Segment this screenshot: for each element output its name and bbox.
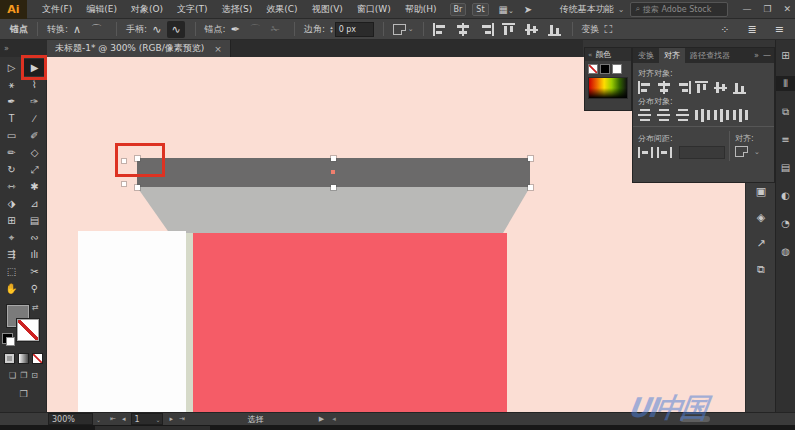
align-right-icon[interactable] — [676, 81, 691, 94]
selection-tool[interactable]: ▷ — [0, 59, 23, 76]
menu-edit[interactable]: 编辑(E) — [79, 0, 124, 19]
distribute-v-center-icon[interactable] — [657, 109, 672, 122]
anchor-point[interactable] — [331, 156, 336, 161]
screen-mode-button[interactable]: ❒ — [0, 389, 47, 399]
swap-fill-stroke-icon[interactable]: ⇄ — [32, 303, 39, 312]
align-bottom-icon[interactable] — [548, 23, 563, 36]
gradient-tool[interactable]: ▤ — [23, 212, 46, 229]
none-button[interactable] — [32, 353, 43, 364]
show-handles-icon[interactable]: ∿ — [148, 21, 165, 38]
workspace-dd-icon[interactable]: ⌄ — [618, 5, 625, 14]
zoom-tool[interactable]: ⚲ — [23, 280, 46, 297]
corner-radius-input[interactable]: 0 px — [335, 22, 374, 37]
pencil-tool[interactable]: ✏ — [0, 144, 23, 161]
align-left-icon[interactable] — [433, 23, 448, 36]
shape-builder-tool[interactable]: ⬗ — [0, 195, 23, 212]
restore-button[interactable]: ❐ — [763, 4, 771, 14]
prev-artboard-icon[interactable]: ◂ — [122, 415, 126, 423]
align-right-icon[interactable] — [479, 23, 494, 36]
swatches-panel-icon[interactable]: ▣ — [756, 185, 766, 198]
gradient-panel-icon[interactable]: ▤ — [776, 160, 795, 175]
menu-file[interactable]: 文件(F) — [35, 0, 79, 19]
artboard-dd-icon[interactable]: ⌄ — [408, 25, 414, 33]
menu-help[interactable]: 帮助(H) — [398, 0, 444, 19]
curvature-tool[interactable]: ✑ — [23, 93, 46, 110]
align-v-center-icon[interactable] — [714, 81, 729, 94]
collapse-icon[interactable]: « — [588, 51, 592, 59]
bridge-button[interactable]: Br — [450, 3, 467, 16]
menu-select[interactable]: 选择(S) — [215, 0, 260, 19]
tab-align[interactable]: 对齐 — [659, 48, 685, 63]
panel-minimize-icon[interactable]: — — [763, 51, 771, 60]
paintbrush-tool[interactable]: ✐ — [23, 127, 46, 144]
stroke-panel-icon[interactable]: ≡ — [776, 132, 795, 147]
corner-stepper[interactable]: ▴▾ — [330, 25, 333, 33]
draw-normal-icon[interactable]: ❏ — [9, 371, 16, 380]
anchor-point[interactable] — [135, 185, 140, 190]
hide-handles-icon[interactable]: ∿ — [167, 21, 184, 38]
align-to-dd-icon[interactable]: ⌄ — [754, 148, 760, 156]
width-tool[interactable]: ⇿ — [0, 178, 23, 195]
mesh-tool[interactable]: ⊞ — [0, 212, 23, 229]
spacing-value-dropdown[interactable] — [679, 146, 725, 159]
align-v-center-icon[interactable] — [525, 23, 540, 36]
close-button[interactable]: ✕ — [783, 4, 791, 14]
artboards-panel-icon[interactable]: ⧉ — [757, 263, 765, 276]
minimize-button[interactable]: — — [742, 4, 751, 14]
distribute-right-icon[interactable] — [733, 109, 748, 122]
connect-endpoints-icon[interactable]: ✒ — [227, 21, 244, 38]
distribute-bottom-icon[interactable] — [676, 109, 691, 122]
menu-effect[interactable]: 效果(C) — [259, 0, 304, 19]
last-artboard-icon[interactable]: ⇥ — [179, 415, 185, 423]
perspective-grid-tool[interactable]: ⊿ — [23, 195, 46, 212]
anchor-point[interactable] — [528, 156, 533, 161]
status-flyout-icon[interactable]: ▶ — [319, 415, 324, 423]
arrange-documents-icon[interactable]: ≣ — [744, 21, 761, 38]
slice-tool[interactable]: ✂ — [23, 263, 46, 280]
convert-smooth-icon[interactable]: ⌒ — [87, 21, 106, 38]
color-guide-panel-icon[interactable]: ◔ — [776, 216, 795, 231]
isolate-icon[interactable]: ⛶ — [601, 21, 617, 38]
free-transform-tool[interactable]: ✱ — [23, 178, 46, 195]
appearance-panel-icon[interactable]: ◍ — [776, 244, 795, 259]
sliver-shape[interactable] — [186, 233, 193, 412]
distribute-h-center-icon[interactable] — [714, 109, 729, 122]
scroll-left-icon[interactable]: ◂ — [332, 415, 336, 423]
blend-tool[interactable]: ∾ — [23, 229, 46, 246]
document-tab[interactable]: 未标题-1* @ 300% (RGB/像素预览) × — [47, 40, 231, 57]
menu-view[interactable]: 视图(V) — [305, 0, 350, 19]
artboard-tool[interactable]: ⬚ — [0, 263, 23, 280]
anchor-point[interactable] — [528, 185, 533, 190]
color-button[interactable] — [4, 353, 15, 364]
artboard-number-input[interactable]: 1 ⌄ — [131, 413, 163, 425]
pen-tool[interactable]: ✒ — [0, 93, 23, 110]
stock-button[interactable]: St — [472, 3, 488, 16]
transform-label[interactable]: 变换 — [582, 23, 600, 36]
export-panel-icon[interactable]: ↗ — [756, 237, 765, 250]
anchor-point[interactable] — [122, 182, 126, 186]
first-artboard-icon[interactable]: ⇤ — [110, 415, 116, 423]
tab-pathfinder[interactable]: 路径查找器 — [685, 48, 735, 63]
color-panel-tab[interactable]: 颜色 — [595, 49, 611, 60]
anchor-point[interactable] — [331, 185, 336, 190]
red-rectangle-shape[interactable] — [193, 233, 507, 412]
black-swatch[interactable] — [600, 64, 610, 74]
draw-behind-icon[interactable]: ❐ — [20, 371, 27, 380]
symbols-panel-icon[interactable]: ◈ — [757, 211, 765, 224]
color-panel-header[interactable]: « 颜色 — [585, 48, 631, 61]
white-swatch[interactable] — [612, 64, 622, 74]
color-spectrum[interactable] — [588, 77, 628, 99]
stock-search-input[interactable]: ⌕ 搜索 Adobe Stock — [630, 2, 728, 17]
symbol-sprayer-tool[interactable]: ⇶ — [0, 246, 23, 263]
panel-menu-icon[interactable]: ≡ — [771, 21, 788, 38]
tab-close-icon[interactable]: × — [214, 44, 222, 54]
distribute-top-icon[interactable] — [638, 109, 653, 122]
workspace-switcher[interactable]: 传统基本功能 — [560, 3, 614, 16]
align-top-icon[interactable] — [502, 23, 517, 36]
zoom-dd-icon[interactable]: ⌄ — [96, 416, 101, 423]
convert-corner-icon[interactable]: ∧ — [69, 21, 85, 38]
rectangle-tool[interactable]: ▭ — [0, 127, 23, 144]
align-to-artboard-icon[interactable] — [735, 146, 748, 157]
align-h-center-icon[interactable] — [657, 81, 672, 94]
eraser-tool[interactable]: ◇ — [23, 144, 46, 161]
